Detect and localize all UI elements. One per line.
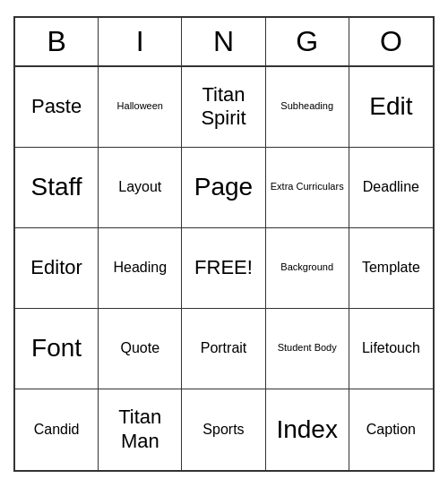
bingo-cell: FREE!	[182, 228, 265, 309]
header-letter: I	[99, 18, 182, 65]
bingo-cell: Layout	[99, 148, 182, 228]
cell-text: Index	[276, 414, 338, 445]
cell-text: Template	[362, 259, 420, 276]
bingo-cell: Student Body	[266, 309, 349, 389]
cell-text: Staff	[31, 172, 82, 202]
cell-text: Halloween	[117, 100, 163, 112]
cell-text: Lifetouch	[362, 339, 420, 356]
cell-text: Candid	[34, 421, 80, 438]
cell-text: Heading	[113, 259, 167, 276]
bingo-card: BINGO PasteHalloweenTitan SpiritSubheadi…	[13, 16, 435, 472]
cell-text: Student Body	[278, 342, 337, 354]
cell-text: Page	[194, 172, 253, 202]
cell-text: Portrait	[201, 339, 247, 356]
bingo-cell: Halloween	[99, 67, 182, 148]
bingo-cell: Heading	[99, 228, 182, 309]
bingo-cell: Portrait	[182, 309, 265, 389]
cell-text: Deadline	[363, 178, 419, 195]
bingo-cell: Caption	[349, 389, 433, 470]
bingo-cell: Deadline	[349, 148, 433, 228]
header-letter: B	[15, 18, 99, 65]
bingo-cell: Index	[266, 389, 349, 470]
cell-text: Layout	[118, 178, 161, 195]
cell-text: Sports	[202, 421, 244, 438]
bingo-cell: Extra Curriculars	[266, 148, 349, 228]
bingo-cell: Font	[15, 309, 99, 389]
bingo-grid: PasteHalloweenTitan SpiritSubheadingEdit…	[15, 67, 433, 470]
bingo-cell: Titan Man	[99, 389, 182, 470]
bingo-cell: Lifetouch	[349, 309, 433, 389]
header-letter: G	[266, 18, 349, 65]
bingo-cell: Page	[182, 148, 265, 228]
header-letter: N	[182, 18, 265, 65]
bingo-header: BINGO	[15, 18, 433, 67]
bingo-cell: Sports	[182, 389, 265, 470]
bingo-cell: Editor	[15, 228, 99, 309]
header-letter: O	[349, 18, 433, 65]
bingo-cell: Paste	[15, 67, 99, 148]
cell-text: Font	[31, 333, 82, 363]
cell-text: Titan Spirit	[185, 83, 261, 131]
bingo-cell: Edit	[349, 67, 433, 148]
cell-text: Quote	[120, 339, 159, 356]
cell-text: Caption	[366, 421, 416, 438]
cell-text: Paste	[31, 95, 82, 118]
cell-text: Edit	[369, 91, 412, 122]
bingo-cell: Candid	[15, 389, 99, 470]
cell-text: FREE!	[194, 256, 253, 279]
cell-text: Subheading	[280, 100, 333, 112]
bingo-cell: Quote	[99, 309, 182, 389]
cell-text: Titan Man	[102, 406, 177, 453]
cell-text: Extra Curriculars	[271, 181, 344, 192]
bingo-cell: Background	[266, 228, 349, 309]
cell-text: Editor	[30, 256, 82, 279]
bingo-cell: Staff	[15, 148, 99, 228]
bingo-cell: Subheading	[266, 67, 349, 148]
bingo-cell: Template	[349, 228, 433, 309]
bingo-cell: Titan Spirit	[182, 67, 265, 148]
cell-text: Background	[280, 261, 333, 273]
